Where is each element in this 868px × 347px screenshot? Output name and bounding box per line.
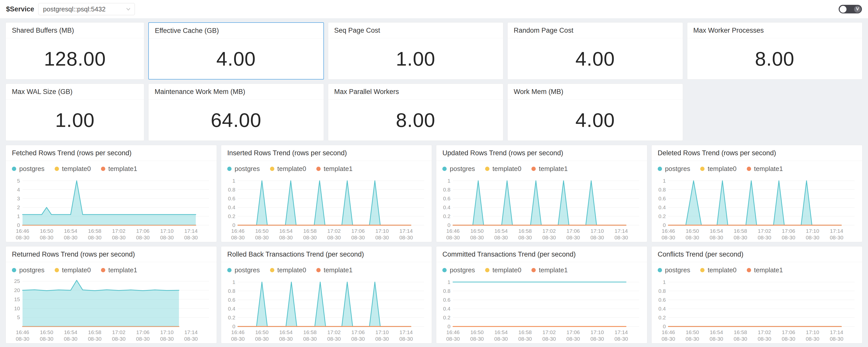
svg-text:1: 1 — [17, 213, 20, 219]
legend-item-template1[interactable]: template1 — [316, 266, 352, 274]
legend-item-template0[interactable]: template0 — [270, 165, 306, 173]
service-select[interactable]: postgresql::psql:5432 — [38, 3, 135, 15]
svg-text:16:58: 16:58 — [519, 329, 532, 335]
legend-item-template1[interactable]: template1 — [747, 266, 783, 274]
svg-text:16:46: 16:46 — [446, 228, 460, 234]
legend-dot-postgres — [12, 268, 16, 272]
charts-grid: Fetched Rows Trend (rows per second) pos… — [6, 145, 862, 343]
stat-card-shared-buffers[interactable]: Shared Buffers (MB) 128.00 — [6, 22, 144, 80]
legend-item-postgres[interactable]: postgres — [658, 165, 690, 173]
chart-legend: postgres template0 template1 — [221, 262, 432, 275]
stat-card-maintenance-work-mem[interactable]: Maintenance Work Mem (MB) 64.00 — [148, 84, 324, 141]
svg-text:08-30: 08-30 — [590, 336, 604, 342]
stat-value: 4.00 — [149, 38, 323, 79]
legend-item-template1[interactable]: template1 — [531, 266, 568, 274]
legend-label: postgres — [235, 165, 260, 173]
legend-item-postgres[interactable]: postgres — [442, 165, 475, 173]
legend-item-postgres[interactable]: postgres — [12, 266, 44, 274]
view-toggle-switch[interactable]: V — [839, 5, 862, 13]
legend-item-template1[interactable]: template1 — [101, 266, 137, 274]
svg-text:16:50: 16:50 — [470, 329, 484, 335]
svg-text:08-30: 08-30 — [136, 336, 150, 342]
legend-label: postgres — [665, 266, 690, 274]
svg-text:08-30: 08-30 — [64, 235, 78, 240]
svg-text:15: 15 — [14, 296, 20, 302]
stat-value: 64.00 — [149, 99, 324, 141]
svg-text:16:50: 16:50 — [686, 228, 699, 234]
svg-text:08-30: 08-30 — [758, 336, 771, 342]
legend-item-template0[interactable]: template0 — [700, 266, 736, 274]
svg-text:0.8: 0.8 — [443, 187, 451, 193]
svg-text:17:10: 17:10 — [806, 329, 819, 335]
svg-text:08-30: 08-30 — [16, 336, 29, 342]
svg-text:08-30: 08-30 — [782, 235, 795, 240]
stat-card-work-mem[interactable]: Work Mem (MB) 4.00 — [507, 84, 683, 141]
service-select-value: postgresql::psql:5432 — [43, 5, 105, 13]
stat-card-seq-page-cost[interactable]: Seq Page Cost 1.00 — [328, 22, 504, 80]
svg-text:17:10: 17:10 — [376, 329, 389, 335]
legend-item-template1[interactable]: template1 — [747, 165, 783, 173]
legend-item-postgres[interactable]: postgres — [658, 266, 690, 274]
svg-text:16:58: 16:58 — [734, 228, 747, 234]
svg-text:08-30: 08-30 — [351, 336, 365, 342]
stat-card-max-worker-processes[interactable]: Max Worker Processes 8.00 — [687, 22, 863, 80]
legend-item-template1[interactable]: template1 — [101, 165, 137, 173]
svg-text:0.2: 0.2 — [228, 315, 235, 320]
svg-text:0: 0 — [663, 323, 666, 329]
svg-text:17:06: 17:06 — [567, 228, 580, 234]
svg-text:08-30: 08-30 — [375, 336, 389, 342]
svg-text:08-30: 08-30 — [351, 235, 365, 240]
legend-label: postgres — [19, 266, 44, 274]
stat-title: Max WAL Size (GB) — [6, 84, 144, 99]
legend-dot-postgres — [442, 268, 447, 272]
svg-text:0: 0 — [232, 222, 235, 228]
legend-dot-template0 — [270, 167, 274, 171]
svg-text:0.4: 0.4 — [658, 306, 666, 312]
stat-title: Random Page Cost — [508, 23, 683, 38]
svg-text:0.4: 0.4 — [658, 204, 666, 210]
svg-text:08-30: 08-30 — [231, 336, 245, 342]
svg-text:16:54: 16:54 — [494, 329, 508, 335]
legend-item-postgres[interactable]: postgres — [12, 165, 44, 173]
svg-text:16:54: 16:54 — [279, 329, 293, 335]
svg-text:16:58: 16:58 — [88, 228, 101, 234]
chart-card-inserted-rows: Inserted Rows Trend (rows per second) po… — [221, 145, 432, 242]
svg-text:08-30: 08-30 — [758, 235, 771, 240]
legend-item-template1[interactable]: template1 — [531, 165, 568, 173]
stat-card-max-wal-size[interactable]: Max WAL Size (GB) 1.00 — [6, 84, 144, 141]
legend-item-template1[interactable]: template1 — [316, 165, 352, 173]
toggle-knob — [840, 6, 846, 13]
stat-card-max-parallel-workers[interactable]: Max Parallel Workers 8.00 — [328, 84, 504, 141]
svg-text:08-30: 08-30 — [661, 336, 675, 342]
chart-plot-conflicts: 00.20.40.60.8116:4608-3016:5008-3016:540… — [652, 275, 862, 343]
svg-text:0.6: 0.6 — [228, 297, 235, 303]
svg-text:0.4: 0.4 — [228, 204, 236, 210]
stat-card-effective-cache[interactable]: Effective Cache (GB) 4.00 — [148, 22, 324, 80]
legend-label: template1 — [108, 266, 137, 274]
svg-text:0.2: 0.2 — [228, 213, 235, 219]
legend-item-postgres[interactable]: postgres — [442, 266, 475, 274]
svg-text:0.2: 0.2 — [658, 315, 665, 320]
legend-item-postgres[interactable]: postgres — [227, 266, 260, 274]
svg-text:08-30: 08-30 — [88, 235, 101, 240]
legend-item-template0[interactable]: template0 — [55, 266, 91, 274]
legend-item-template0[interactable]: template0 — [700, 165, 736, 173]
svg-text:08-30: 08-30 — [327, 235, 341, 240]
stat-title: Seq Page Cost — [328, 23, 503, 38]
legend-label: template0 — [277, 266, 306, 274]
legend-item-template0[interactable]: template0 — [55, 165, 91, 173]
legend-item-template0[interactable]: template0 — [485, 165, 521, 173]
legend-item-template0[interactable]: template0 — [485, 266, 521, 274]
stat-card-random-page-cost[interactable]: Random Page Cost 4.00 — [507, 22, 683, 80]
svg-text:16:50: 16:50 — [255, 329, 269, 335]
chart-title: Fetched Rows Trend (rows per second) — [6, 145, 217, 161]
svg-text:08-30: 08-30 — [782, 336, 795, 342]
svg-text:20: 20 — [14, 287, 20, 293]
svg-text:08-30: 08-30 — [686, 336, 699, 342]
legend-label: template0 — [62, 165, 91, 173]
svg-text:0.8: 0.8 — [658, 187, 665, 193]
legend-item-template0[interactable]: template0 — [270, 266, 306, 274]
legend-item-postgres[interactable]: postgres — [227, 165, 260, 173]
svg-text:1: 1 — [232, 279, 235, 285]
svg-text:16:46: 16:46 — [661, 228, 675, 234]
